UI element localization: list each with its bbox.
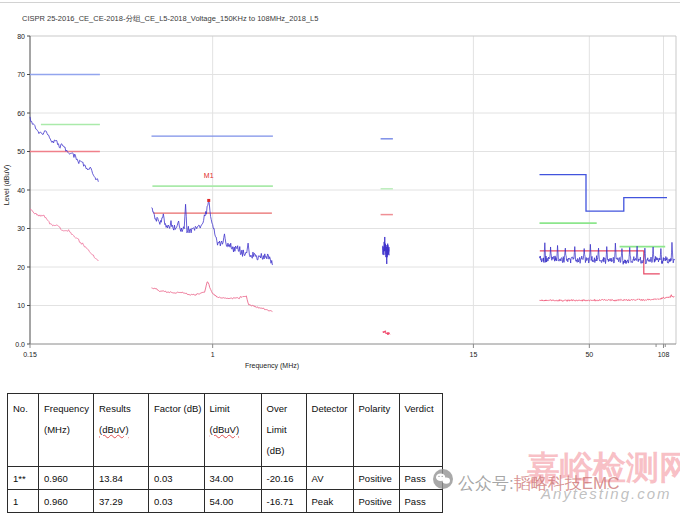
column-header: Polarity	[353, 394, 399, 467]
watermark-domain: Anytesting.com	[541, 485, 672, 502]
watermark-wechat: 公众号:韬略科技EMC	[458, 472, 620, 495]
y-tick-label: 60	[17, 110, 25, 117]
table-row: 10.96037.290.0354.00-16.71PeakPositivePa…	[8, 490, 443, 513]
emc-report-page: { "chart": { "title": "CISPR 25-2016_CE_…	[0, 0, 680, 517]
watermark-wechat-account: 韬略科技EMC	[514, 474, 620, 493]
watermark-site-name: 嘉峪检测网	[527, 446, 680, 491]
y-tick-label: 50	[17, 148, 25, 155]
column-header: Results(dBuV)	[94, 394, 149, 467]
table-cell: 0.960	[39, 467, 94, 490]
x-axis-label: Frequency (MHz)	[245, 362, 299, 370]
column-header: OverLimit(dB)	[261, 394, 306, 467]
table-cell: -20.16	[261, 467, 306, 490]
measurement-trace	[30, 117, 98, 182]
table-cell: 0.03	[149, 467, 205, 490]
table-row: 1**0.96013.840.0334.00-20.16AVPositivePa…	[8, 467, 443, 490]
table-cell: Pass	[399, 467, 442, 490]
watermark-wechat-prefix: 公众号:	[458, 474, 514, 493]
column-header: Factor (dB)	[149, 394, 205, 467]
measurement-trace	[152, 282, 273, 312]
x-tick-label: 15	[470, 351, 478, 358]
measurement-trace	[30, 209, 98, 261]
emc-chart-svg: CISPR 25-2016_CE_CE-2018-分组_CE_L5-2018_V…	[0, 0, 680, 390]
y-tick-label: 20	[17, 264, 25, 271]
y-tick-label: 70	[17, 71, 25, 78]
column-header: Detector	[306, 394, 353, 467]
x-tick-label: 108	[658, 351, 670, 358]
x-tick-label: 50	[585, 351, 593, 358]
results-table: No.Frequency(MHz)Results(dBuV)Factor (dB…	[7, 393, 443, 513]
table-cell: -16.71	[261, 490, 306, 513]
table-cell: Positive	[353, 490, 399, 513]
y-tick-label: 10	[17, 302, 25, 309]
table-cell: 1**	[8, 467, 39, 490]
header-row: No.Frequency(MHz)Results(dBuV)Factor (dB…	[8, 394, 443, 467]
column-header: Limit(dBuV)	[204, 394, 261, 467]
table-cell: 34.00	[204, 467, 261, 490]
emc-chart: CISPR 25-2016_CE_CE-2018-分组_CE_L5-2018_V…	[0, 0, 680, 390]
chart-title: CISPR 25-2016_CE_CE-2018-分组_CE_L5-2018_V…	[22, 14, 318, 23]
y-tick-label: 80	[17, 33, 25, 40]
column-header: No.	[8, 394, 39, 467]
measurement-trace	[540, 242, 675, 264]
column-header: Frequency(MHz)	[39, 394, 94, 467]
limit-line	[540, 175, 668, 212]
marker-label: M1	[204, 172, 214, 179]
table-cell: Peak	[306, 490, 353, 513]
table-cell: 13.84	[94, 467, 149, 490]
table-cell: Pass	[399, 490, 442, 513]
y-tick-label: 30	[17, 225, 25, 232]
measurement-trace	[383, 331, 390, 335]
measurement-trace	[383, 237, 389, 264]
measurement-trace	[540, 295, 675, 302]
x-tick-label: 0.15	[23, 351, 37, 358]
y-axis-label: Level (dBuV)	[3, 165, 11, 205]
measurement-trace	[152, 201, 273, 265]
table-cell: 1	[8, 490, 39, 513]
marker-point	[207, 199, 210, 202]
column-header: Verdict	[399, 394, 442, 467]
table-cell: 37.29	[94, 490, 149, 513]
results-table-head: No.Frequency(MHz)Results(dBuV)Factor (dB…	[8, 394, 443, 467]
table-cell: 54.00	[204, 490, 261, 513]
results-table-body: 1**0.96013.840.0334.00-20.16AVPositivePa…	[8, 467, 443, 513]
y-tick-label: 0.0	[15, 341, 25, 348]
table-cell: 0.960	[39, 490, 94, 513]
y-tick-label: 40	[17, 187, 25, 194]
table-cell: AV	[306, 467, 353, 490]
table-cell: Positive	[353, 467, 399, 490]
x-tick-label: 1	[211, 351, 215, 358]
table-cell: 0.03	[149, 490, 205, 513]
